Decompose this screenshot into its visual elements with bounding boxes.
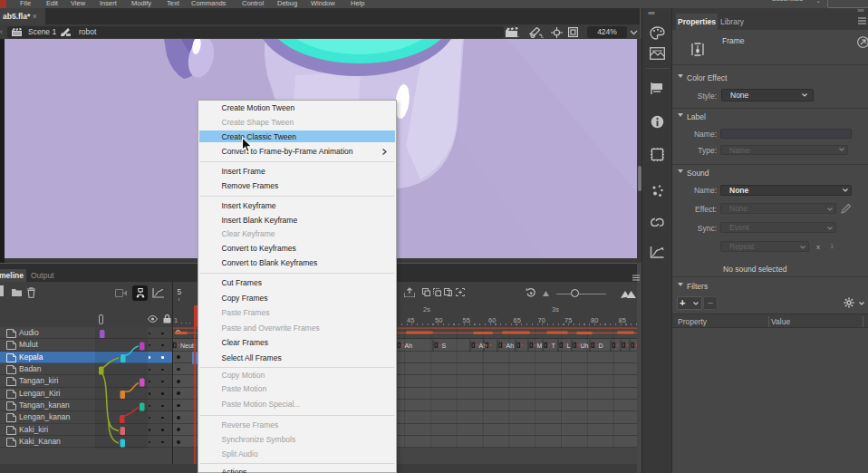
- svg-text:Ah: Ah: [506, 343, 515, 349]
- svg-text:L: L: [567, 343, 571, 349]
- svg-text:M: M: [537, 343, 543, 349]
- svg-text:S: S: [442, 343, 447, 349]
- svg-text:Ah: Ah: [405, 343, 413, 349]
- svg-text:D: D: [599, 343, 603, 349]
- svg-text:Uh: Uh: [581, 343, 589, 349]
- svg-text:T: T: [552, 343, 556, 349]
